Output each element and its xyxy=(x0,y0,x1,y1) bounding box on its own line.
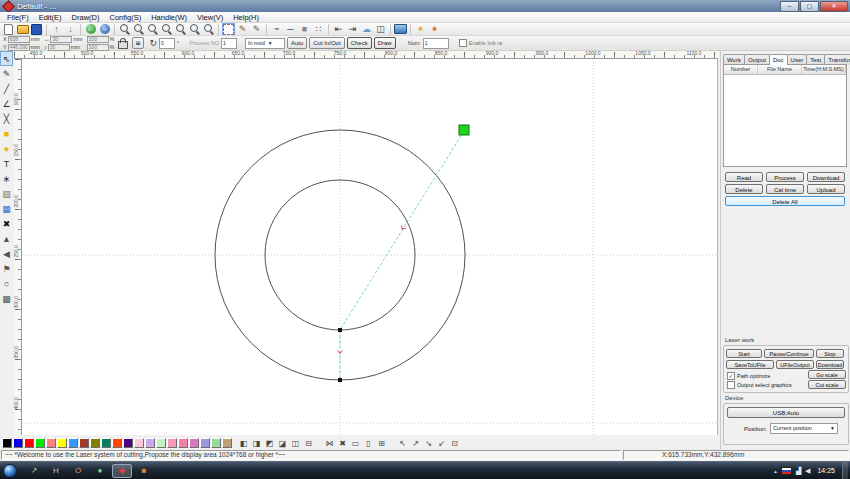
taskbar-app-laser-icon[interactable]: ◆ xyxy=(112,464,132,478)
menu-item-drawd[interactable]: Draw(D) xyxy=(67,13,105,22)
check-button[interactable]: Check xyxy=(347,37,372,49)
color-swatch-9[interactable] xyxy=(90,438,100,448)
cloud-icon[interactable]: ☁ xyxy=(360,23,373,35)
menu-item-edite[interactable]: Edit(E) xyxy=(34,13,67,22)
start-button[interactable]: Start xyxy=(726,349,762,358)
select-tool-icon[interactable]: ⇖ xyxy=(0,51,13,66)
menu-item-viewv[interactable]: View(V) xyxy=(192,13,228,22)
position-select[interactable]: Current position ▼ xyxy=(770,423,838,434)
color-swatch-5[interactable] xyxy=(46,438,56,448)
save-file-icon[interactable] xyxy=(30,23,43,35)
num-field[interactable]: 1 xyxy=(423,38,449,49)
volume-icon[interactable]: ◀ xyxy=(805,466,810,476)
taskbar-app-h-icon[interactable]: H xyxy=(46,464,66,478)
stop-button[interactable]: Stop xyxy=(816,349,844,358)
delete-tool-icon[interactable]: ✖ xyxy=(0,216,13,231)
redo-icon[interactable]: → xyxy=(98,23,111,35)
ufileoutput-button[interactable]: UFileOutput xyxy=(776,360,814,369)
rect-filled-icon[interactable]: ■ xyxy=(298,23,311,35)
maximize-button-icon[interactable]: ▢ xyxy=(800,1,819,12)
delete-button[interactable]: Delete xyxy=(725,184,763,194)
import-icon[interactable]: ↑ xyxy=(50,23,63,35)
taskbar-app-leaf-icon[interactable]: ● xyxy=(90,464,110,478)
delete-overlap-icon[interactable]: ✖ xyxy=(337,438,348,449)
curve-icon[interactable]: ~ xyxy=(270,23,283,35)
minimize-button-icon[interactable]: ─ xyxy=(780,1,799,12)
color-swatch-3[interactable] xyxy=(24,438,34,448)
same-height-icon[interactable]: ▯ xyxy=(363,438,374,449)
cal-time-button[interactable]: Cal time xyxy=(766,184,804,194)
mirror-left-icon[interactable]: ◧ xyxy=(238,438,249,449)
move-center-icon[interactable]: ⊡ xyxy=(449,438,460,449)
path-optimize-checkbox[interactable]: ✓ xyxy=(727,372,735,380)
pause-continue-button[interactable]: Pause/Continue xyxy=(764,349,814,358)
point-tool-icon[interactable]: ∗ xyxy=(0,171,13,186)
rotate-angle-field[interactable]: 0 xyxy=(159,38,175,49)
move-bottom-left-icon[interactable]: ↙ xyxy=(436,438,447,449)
direction-tool-icon[interactable]: ◀ xyxy=(0,246,13,261)
color-swatch-13[interactable] xyxy=(134,438,144,448)
ellipse-tool-icon[interactable]: ● xyxy=(0,141,13,156)
width-field[interactable]: 30 xyxy=(50,36,72,43)
same-width-icon[interactable]: ▭ xyxy=(350,438,361,449)
align-left-edge-icon[interactable]: ⇤ xyxy=(332,23,345,35)
undo-icon[interactable]: ← xyxy=(84,23,97,35)
network-icon[interactable]: ▟ xyxy=(796,466,801,476)
bitmap-tool-icon[interactable]: ▨ xyxy=(0,186,13,201)
zoom-in-icon[interactable] xyxy=(132,23,145,35)
taskbar-app-arrow-icon[interactable]: ↗ xyxy=(24,464,44,478)
zoom-1to1-icon[interactable] xyxy=(202,23,215,35)
output-select-graphics-checkbox[interactable] xyxy=(727,381,735,389)
mirror-right-icon[interactable]: ◨ xyxy=(251,438,262,449)
hatch-tool-icon[interactable]: ▩ xyxy=(0,291,13,306)
export-icon[interactable]: ↓ xyxy=(64,23,77,35)
color-swatch-10[interactable] xyxy=(101,438,111,448)
open-file-icon[interactable] xyxy=(16,23,29,35)
text-tool-icon[interactable]: T xyxy=(0,156,13,171)
move-top-left-icon[interactable]: ↖ xyxy=(397,438,408,449)
upload-button[interactable]: Upload xyxy=(807,184,845,194)
color-swatch-14[interactable] xyxy=(145,438,155,448)
node-edit-tool-icon[interactable]: ✎ xyxy=(0,66,13,81)
enable-link-checkbox[interactable] xyxy=(459,39,467,47)
color-swatch-20[interactable] xyxy=(211,438,221,448)
taskbar-app-orange-icon[interactable]: ■ xyxy=(134,464,154,478)
panel-layout-icon[interactable]: ◫ xyxy=(374,23,387,35)
burst-yellow-icon[interactable]: ✶ xyxy=(414,23,427,35)
move-bottom-right-icon[interactable]: ↘ xyxy=(423,438,434,449)
array-grid-tool-icon[interactable]: ▦ xyxy=(0,201,13,216)
color-swatch-2[interactable] xyxy=(13,438,23,448)
pen-edit-icon[interactable]: ✎ xyxy=(236,23,249,35)
draw-button[interactable]: Draw xyxy=(374,37,396,49)
process-no-field[interactable]: 1 xyxy=(221,38,237,49)
taskbar-app-o-icon[interactable]: O xyxy=(68,464,88,478)
cut-scale-button[interactable]: Cut scale xyxy=(808,380,846,389)
cross-line-tool-icon[interactable]: ╳ xyxy=(0,111,13,126)
height-field[interactable]: 30 xyxy=(48,44,70,51)
mirror-diag2-icon[interactable]: ◪ xyxy=(277,438,288,449)
show-desktop-button[interactable] xyxy=(842,462,848,479)
zoom-window-icon[interactable] xyxy=(146,23,159,35)
delete-all-button[interactable]: Delete All xyxy=(725,196,845,206)
color-swatch-12[interactable] xyxy=(123,438,133,448)
node-grid-icon[interactable]: ∷ xyxy=(312,23,325,35)
color-swatch-11[interactable] xyxy=(112,438,122,448)
polyline-tool-icon[interactable]: ∠ xyxy=(0,96,13,111)
color-swatch-19[interactable] xyxy=(200,438,210,448)
color-swatch-6[interactable] xyxy=(57,438,67,448)
zoom-select-icon[interactable] xyxy=(174,23,187,35)
mirror-center-icon[interactable]: ◫ xyxy=(290,438,301,449)
y-position-field[interactable]: 446.090 xyxy=(8,44,30,51)
select-frame-icon[interactable] xyxy=(222,23,235,35)
monitor-icon[interactable] xyxy=(394,23,407,35)
savetoufile-button[interactable]: SaveToUFile xyxy=(726,360,774,369)
new-file-icon[interactable] xyxy=(2,23,15,35)
color-swatch-18[interactable] xyxy=(189,438,199,448)
go-scale-button[interactable]: Go scale xyxy=(808,370,846,379)
mark-flag-tool-icon[interactable]: ⚑ xyxy=(0,261,13,276)
read-button[interactable]: Read xyxy=(725,172,763,182)
close-button-icon[interactable]: ✕ xyxy=(820,1,848,12)
doc-file-table[interactable]: NumberFile NameTime(H:M:S:MS) xyxy=(723,64,847,167)
rectangle-tool-icon[interactable]: ■ xyxy=(0,126,13,141)
color-swatch-21[interactable] xyxy=(222,438,232,448)
